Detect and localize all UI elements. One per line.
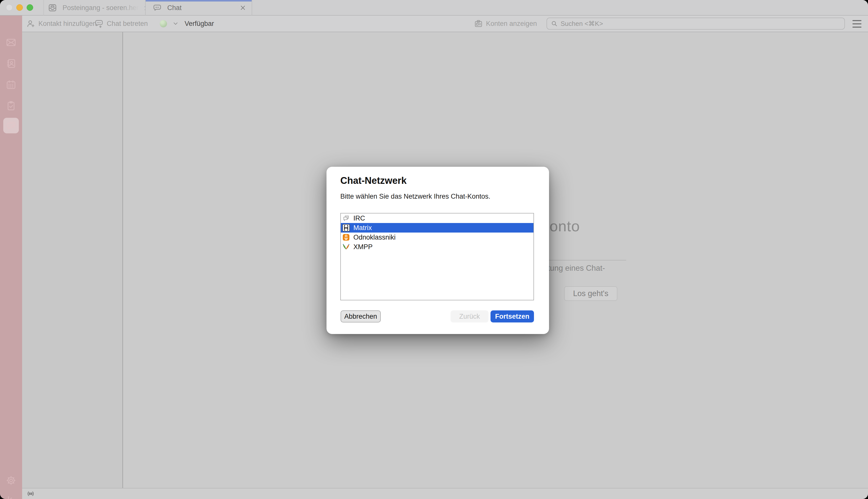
cancel-button[interactable]: Abbrechen [341,311,381,322]
app-window: Posteingang - soeren.hentzsche Chat [0,0,868,499]
dialog-title: Chat-Netzwerk [340,175,407,186]
network-listbox: IRC m Matrix [340,213,534,300]
chat-network-dialog: Chat-Netzwerk Bitte wählen Sie das Netzw… [327,167,549,334]
back-button[interactable]: Zurück [451,311,489,322]
svg-text:m: m [345,226,348,230]
network-label: Matrix [353,224,372,232]
network-label: XMPP [353,243,373,251]
xmpp-icon [342,243,350,251]
dialog-subtitle: Bitte wählen Sie das Netzwerk Ihres Chat… [340,193,490,200]
network-option-irc[interactable]: IRC [341,214,534,223]
network-option-matrix[interactable]: m Matrix [341,223,534,233]
continue-button[interactable]: Fortsetzen [490,311,534,322]
network-option-xmpp[interactable]: XMPP [341,242,534,252]
network-label: Odnoklassniki [353,233,395,241]
irc-icon [342,214,350,222]
odnoklassniki-icon [342,233,350,241]
matrix-icon: m [342,224,350,232]
network-label: IRC [353,215,365,222]
network-option-odnoklassniki[interactable]: Odnoklassniki [341,233,534,242]
